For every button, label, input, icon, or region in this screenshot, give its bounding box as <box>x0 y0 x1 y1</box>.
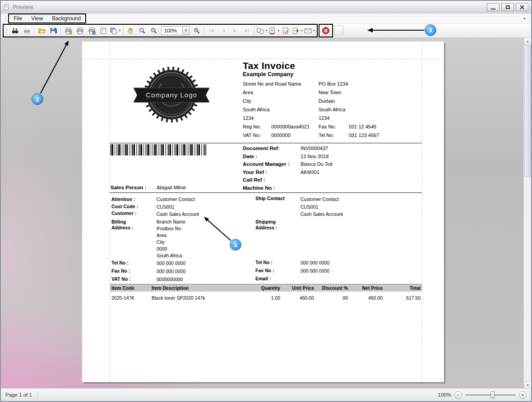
billing-line: Postbox No <box>157 226 181 231</box>
sales-person-label: Sales Person : <box>111 185 157 190</box>
billing-fax-value: 000 000 0000 <box>157 269 185 274</box>
print-page-button[interactable] <box>86 25 97 36</box>
export-button[interactable]: ▼ <box>292 25 304 36</box>
cust-code-label: Cust Code : <box>111 204 138 209</box>
background-button[interactable]: ▼ <box>109 25 121 36</box>
binoculars-icon <box>11 27 19 35</box>
scroll-up-icon[interactable]: ▲ <box>524 37 531 45</box>
preview-area: Company Logo Tax Invoice Example Company… <box>1 37 531 389</box>
magnifier-icon <box>139 27 146 34</box>
col-quantity: Quantity <box>253 285 280 291</box>
zoom-out-button[interactable] <box>148 25 160 36</box>
first-page-button[interactable] <box>206 25 217 36</box>
close-window-button[interactable] <box>516 3 528 11</box>
billing-line: 0000 <box>157 246 167 251</box>
shipping-tel-value: 000 000 0000 <box>301 260 329 265</box>
margin-guide-left <box>110 41 110 382</box>
billing-vat-label: VAT No : <box>111 276 131 282</box>
scrollbar-thumb[interactable] <box>524 46 531 177</box>
address-line: 1234 <box>319 114 396 123</box>
menu-background[interactable]: Background <box>47 14 85 23</box>
billing-fax-label: Fax No : <box>111 268 130 274</box>
billing-tel-value: 000 000 0000 <box>157 260 185 266</box>
next-page-button[interactable] <box>229 25 241 36</box>
last-page-button[interactable] <box>241 25 253 36</box>
margin-guide-top <box>82 59 444 59</box>
print-options-button[interactable] <box>62 25 74 36</box>
menu-file[interactable]: File <box>9 14 27 23</box>
close-preview-button[interactable] <box>320 25 332 36</box>
find-next-button[interactable] <box>21 25 32 36</box>
zoom-combobox[interactable]: 100% ▼ <box>161 26 190 35</box>
statusbar-zoom-out-button[interactable]: − <box>454 391 462 399</box>
dropdown-arrow-icon[interactable]: ▼ <box>301 29 303 32</box>
zoom-value[interactable]: 100% <box>162 28 182 33</box>
toolbar-separator <box>254 26 254 35</box>
cell-total: 517.50 <box>383 295 422 301</box>
cell-discount: .00 <box>314 295 348 301</box>
cell-item-code: 2020-147K <box>110 295 152 301</box>
statusbar-zoom-in-button[interactable]: + <box>519 391 527 399</box>
minimize-button[interactable] <box>487 3 500 11</box>
call-ref-value <box>301 176 396 184</box>
address-line: South Africa <box>319 105 396 114</box>
margin-guide-right <box>422 41 422 382</box>
open-button[interactable] <box>36 25 47 36</box>
toolbar-overflow-icon[interactable]: ▼ <box>521 16 528 22</box>
vat-no-value: 0000000 <box>271 131 319 140</box>
page-setup-button[interactable] <box>97 25 109 36</box>
dropdown-arrow-icon[interactable]: ▼ <box>277 29 280 32</box>
print-button[interactable] <box>74 25 86 36</box>
window-icon <box>4 4 10 10</box>
next-page-icon <box>232 27 238 34</box>
maximize-icon <box>506 5 510 9</box>
col-discount: Discount % <box>314 285 348 291</box>
vertical-scrollbar[interactable]: ▲ ▼ <box>523 37 531 389</box>
background-layers-icon <box>110 27 117 35</box>
your-ref-value: AKM301 <box>301 169 396 177</box>
save-button[interactable] <box>47 25 59 36</box>
pan-hand-button[interactable] <box>125 25 136 36</box>
address-line: New Town <box>319 88 396 97</box>
page-color-button[interactable]: ▼ <box>268 25 280 36</box>
menu-annotation-box: File View Background <box>8 14 86 23</box>
zoom-slider[interactable] <box>465 391 516 399</box>
email-button[interactable]: ▼ <box>304 25 316 36</box>
maximize-button[interactable] <box>501 3 514 11</box>
cell-item-description: Black toner SP2020 147k <box>152 295 253 301</box>
zoom-slider-thumb[interactable] <box>490 391 495 398</box>
minimize-icon <box>491 9 495 9</box>
customer-value: Cash Sales Account <box>157 211 199 217</box>
attention-label: Attention : <box>111 196 135 202</box>
menu-view[interactable]: View <box>27 14 47 23</box>
shipping-address-label: Shipping Address : <box>255 219 291 231</box>
dropdown-arrow-icon[interactable]: ▼ <box>265 29 268 32</box>
zoom-dropdown-icon[interactable]: ▼ <box>182 27 189 35</box>
address-line: South Africa <box>243 105 319 114</box>
zoom-out-icon <box>150 27 157 34</box>
col-total: Total <box>383 285 422 291</box>
multiple-pages-button[interactable]: ▼ <box>256 25 268 36</box>
dropdown-arrow-icon[interactable]: ▼ <box>313 29 315 32</box>
billing-line: Area <box>157 233 167 238</box>
zoom-tool-button[interactable] <box>136 25 148 36</box>
account-manager-value: Bianca Du Toit <box>301 160 396 169</box>
tel-no-value: 031 123 4567 <box>349 131 396 140</box>
page-setup-icon <box>100 27 107 34</box>
doc-ref-value: INV0000437 <box>301 145 396 153</box>
toolbar-separator <box>34 26 34 35</box>
window-title: Preview <box>13 4 33 10</box>
document-fields: Document Ref:INV0000437 Date :13 Nov 201… <box>243 145 396 192</box>
export-icon <box>292 27 300 34</box>
vat-no-label: VAT No: <box>243 131 271 140</box>
previous-page-button[interactable] <box>217 25 229 36</box>
previous-page-icon <box>220 27 227 34</box>
zoom-in-icon <box>193 27 200 34</box>
address-line: Street No and Road Name <box>243 80 319 88</box>
zoom-in-button[interactable] <box>191 25 203 36</box>
cust-code-value: CUS001 <box>157 204 175 210</box>
find-button[interactable] <box>9 25 21 36</box>
dropdown-arrow-icon[interactable]: ▼ <box>118 29 121 32</box>
edit-watermark-button[interactable] <box>280 25 292 36</box>
barcode <box>111 144 206 155</box>
